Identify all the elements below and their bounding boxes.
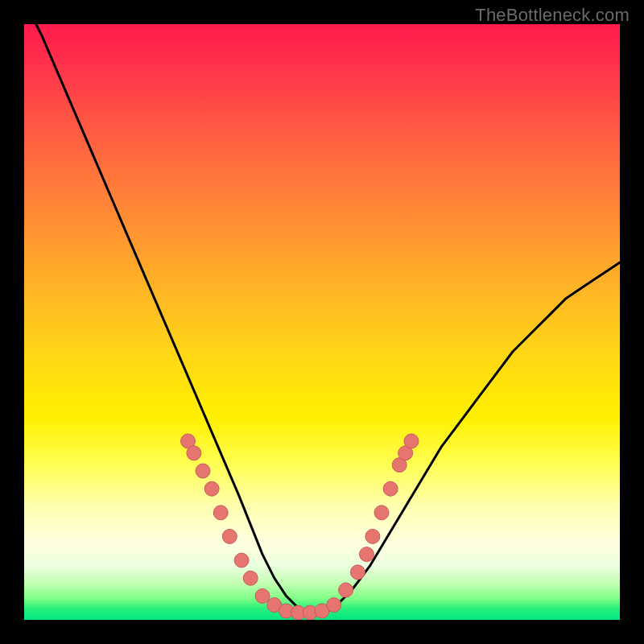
marker-point xyxy=(196,464,210,478)
marker-point xyxy=(213,506,228,520)
marker-point xyxy=(327,598,341,613)
watermark-text: TheBottleneck.com xyxy=(475,5,630,26)
marker-point xyxy=(255,588,270,603)
plot-area xyxy=(24,24,620,620)
marker-point xyxy=(350,565,365,580)
marker-point xyxy=(404,434,419,448)
chart-svg xyxy=(24,24,620,620)
marker-point xyxy=(222,529,237,543)
marker-point xyxy=(365,529,380,543)
marker-point xyxy=(374,506,389,520)
marker-point xyxy=(339,583,353,597)
chart-frame: TheBottleneck.com xyxy=(0,0,644,644)
marker-point xyxy=(204,481,219,496)
marker-point xyxy=(243,571,258,585)
marker-point xyxy=(360,547,374,562)
marker-point xyxy=(383,481,398,496)
highlight-markers xyxy=(181,434,419,620)
bottleneck-curve xyxy=(24,24,620,614)
marker-point xyxy=(187,446,201,460)
marker-point xyxy=(234,553,249,568)
